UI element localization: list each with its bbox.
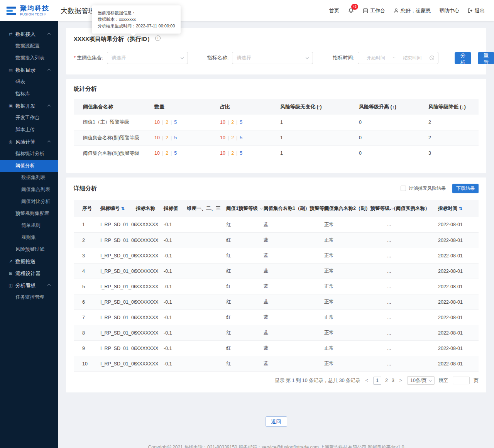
stat-count-link[interactable]: 10 (220, 120, 225, 125)
table-cell: XXXXXXX (136, 341, 164, 356)
stat-count-link[interactable]: 5 (174, 120, 177, 125)
page-title: XXXX项目结果分析（执行ID） (74, 36, 153, 42)
nav-home-label: 首页 (329, 7, 339, 14)
sidebar-item-data-access[interactable]: ⇄数据接入 (0, 28, 58, 40)
download-results-button[interactable]: 下载结果 (452, 184, 479, 193)
table-cell: 2022-08-01 (438, 264, 479, 279)
next-page-button[interactable]: > (399, 378, 403, 383)
sidebar-item-data-catalog[interactable]: ▤数据目录 (0, 64, 58, 76)
reset-button[interactable]: 重置 (478, 52, 494, 64)
nav-home[interactable]: 首页 (329, 7, 339, 14)
sidebar-item-dev-workbench[interactable]: 开发工作台 (0, 112, 58, 124)
jump-page-input[interactable] (453, 377, 470, 384)
column-header[interactable]: 指标时间⇅ (438, 200, 479, 217)
table-cell: I_RP_SD_01_06 (100, 310, 136, 325)
analyze-button[interactable]: 分析 (455, 52, 471, 64)
sidebar-item-label: 预警规则集配置 (15, 210, 49, 217)
sidebar-item-rule-set[interactable]: 规则集 (0, 232, 58, 243)
result-analysis-card: XXXX项目结果分析（执行ID） *主阈值集合: 请选择 指标名称: 请选择 指… (66, 28, 486, 74)
sidebar-item-data-development[interactable]: ▣数据开发 (0, 100, 58, 112)
sidebar-item-data-source-config[interactable]: 数据源配置 (0, 40, 58, 52)
sidebar-item-task-monitor-management[interactable]: 任务监控管理 (0, 291, 58, 303)
required-asterisk: * (74, 55, 76, 61)
column-header[interactable]: 阈值集合名称1（副）预警等级 (264, 200, 324, 217)
sort-icon[interactable]: ⇅ (121, 206, 125, 211)
notification-bell[interactable]: 43 (348, 7, 354, 14)
page-button-2[interactable]: 2 (385, 378, 388, 383)
sidebar-item-indicator-stat-analysis[interactable]: 指标统计分析 (0, 148, 58, 160)
prev-page-button[interactable]: < (365, 378, 369, 383)
stat-count-link[interactable]: 5 (240, 150, 242, 156)
page-size-select[interactable]: 10条/页 (407, 376, 434, 385)
stat-count-link[interactable]: 10 (154, 120, 160, 125)
stat-count-link[interactable]: 5 (240, 120, 242, 125)
sidebar-item-threshold-compare-analysis[interactable]: 阈值对比分析 (0, 196, 58, 208)
column-header[interactable]: 阈值1预警等级 (226, 200, 264, 217)
column-header[interactable]: 阈值集合名称2（副）预警等级 (324, 200, 387, 217)
sidebar-item-simple-rules[interactable]: 简单规则 (0, 220, 58, 232)
stat-count-link[interactable]: 5 (174, 150, 177, 156)
sidebar-item-indicator-library[interactable]: 指标库 (0, 88, 58, 100)
sidebar-item-risk-calculation[interactable]: ◎风险计算 (0, 136, 58, 148)
back-button[interactable]: 返回 (266, 416, 287, 427)
stat-count-link[interactable]: 10 (154, 150, 160, 156)
sidebar-item-dataset-list[interactable]: 数据集列表 (0, 172, 58, 184)
page-button-1[interactable]: 1 (373, 377, 381, 385)
stat-count-link[interactable]: 2 (166, 135, 168, 140)
table-cell: 2022-08-01 (438, 310, 479, 325)
stat-count-link[interactable]: 5 (174, 135, 177, 140)
tooltip-time-value: 2022-07-11 00:00:00 (136, 24, 175, 28)
table-cell: 红 (226, 341, 264, 356)
chevron-up-icon (47, 68, 51, 71)
filter-caret-icon[interactable] (260, 206, 263, 210)
stat-count-link[interactable]: 2 (166, 150, 168, 156)
table-row: 9I_RP_SD_01_06XXXXXXX-0.1红蓝正常...2022-08-… (74, 341, 479, 356)
table-cell: 2022-08-01 (438, 248, 479, 264)
column-label: 指标值 (164, 206, 178, 211)
nav-workbench[interactable]: 工作台 (363, 7, 385, 14)
table-cell: 正常 (324, 341, 387, 356)
indicator-name-select[interactable]: 请选择 (232, 52, 313, 64)
sidebar-item-script-upload[interactable]: 脚本上传 (0, 124, 58, 136)
stat-count-link[interactable]: 2 (166, 120, 168, 125)
indicator-time-range[interactable]: 开始时间 ~ 结束时间 (358, 52, 438, 64)
table-cell: 红 (226, 233, 264, 248)
main-threshold-select[interactable]: 请选择 (107, 52, 188, 64)
stat-count-link[interactable]: 2 (231, 135, 234, 140)
table-cell: I_RP_SD_01_06 (100, 325, 136, 341)
stat-count-link[interactable]: 2 (231, 120, 234, 125)
table-cell: I_RP_SD_01_06 (100, 217, 136, 233)
page-button-3[interactable]: 3 (392, 378, 394, 383)
table-cell: 正常 (324, 248, 387, 264)
sort-icon[interactable]: ⇅ (459, 206, 462, 211)
page-size-value: 10条/页 (410, 377, 426, 384)
sidebar-item-analysis-dashboard[interactable]: ◫分析看板 (0, 279, 58, 291)
nav-help[interactable]: 帮助中心 (439, 7, 459, 14)
notification-badge: 43 (351, 4, 358, 10)
stat-count-link[interactable]: 10 (220, 135, 225, 140)
table-cell: 蓝 (264, 294, 324, 310)
column-label: 维度一、二、三 (187, 206, 221, 211)
sidebar-item-data-access-list[interactable]: 数据接入列表 (0, 52, 58, 64)
separator: | (236, 135, 237, 140)
stat-count-link[interactable]: 10 (220, 150, 225, 156)
table-cell: 蓝 (264, 341, 324, 356)
nav-logout[interactable]: 退出 (468, 7, 485, 14)
stat-count-link[interactable]: 5 (240, 135, 242, 140)
sidebar-item-threshold-set-list[interactable]: 阈值集合列表 (0, 184, 58, 196)
table-cell: XXXXXXX (136, 325, 164, 341)
table-cell: 蓝 (264, 217, 324, 233)
table-row: 6I_RP_SD_01_06XXXXXXX-0.1红蓝正常...2022-08-… (74, 294, 479, 310)
sidebar-item-data-push[interactable]: ↗数据推送 (0, 255, 58, 267)
sidebar-item-alert-ruleset-config[interactable]: 预警规则集配置 (0, 208, 58, 220)
column-header[interactable]: 指标编号⇅ (100, 200, 136, 217)
stat-count-link[interactable]: 2 (231, 150, 234, 156)
info-icon[interactable] (155, 36, 161, 41)
filter-no-risk-checkbox[interactable] (401, 186, 406, 191)
stat-count-link[interactable]: 10 (154, 135, 160, 140)
sidebar-item-code-table[interactable]: 码表 (0, 76, 58, 88)
sidebar-item-threshold-analysis[interactable]: 阈值分析 (0, 160, 58, 172)
sidebar-item-risk-alert-filter[interactable]: 风险预警过滤 (0, 243, 58, 255)
sidebar-item-process-designer[interactable]: ⊞流程设计器 (0, 267, 58, 279)
nav-user[interactable]: 您好，崔蒙恩 (394, 7, 431, 14)
